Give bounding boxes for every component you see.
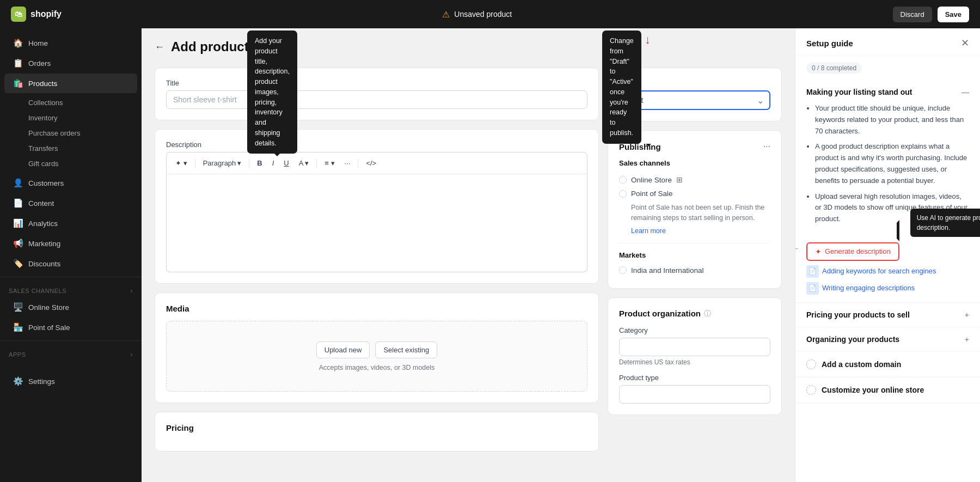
markets-radio[interactable]: [619, 266, 627, 274]
sidebar-divider-2: [0, 340, 142, 341]
customize-header-inner: Customize your online store: [806, 385, 924, 395]
domain-header-inner: Add a custom domain: [806, 359, 901, 369]
category-label: Category: [619, 326, 770, 334]
sidebar-pos-label: Point of Sale: [28, 324, 70, 332]
title-card: Title: [155, 68, 599, 120]
upload-new-button[interactable]: Upload new: [316, 341, 370, 358]
description-editor[interactable]: [166, 174, 587, 272]
domain-section-header[interactable]: Add a custom domain: [806, 359, 969, 369]
channels-label: Sales channels: [619, 159, 770, 167]
rte-bold-btn[interactable]: B: [254, 157, 265, 169]
rte-code-btn[interactable]: </>: [363, 157, 379, 169]
organizing-section-header[interactable]: Organizing your products +: [806, 335, 969, 344]
setup-progress: 0 / 8 completed: [806, 63, 862, 74]
pos-radio[interactable]: [619, 190, 627, 198]
sidebar-item-purchase-orders[interactable]: Purchase orders: [24, 126, 137, 141]
customize-section-title: Customize your online store: [822, 386, 924, 394]
listing-section-content: Your product title should be unique, inc…: [806, 103, 969, 295]
save-button[interactable]: Save: [938, 7, 969, 22]
org-title: Product organization: [619, 309, 701, 318]
rte-ai-btn[interactable]: ✦ ▾: [172, 157, 191, 169]
setup-link-descriptions[interactable]: 📄 Writing engaging descriptions: [806, 282, 969, 295]
sidebar-item-marketing[interactable]: 📢 Marketing: [4, 234, 137, 253]
sidebar-item-pos[interactable]: 🏪 Point of Sale: [4, 318, 137, 337]
status-section: Change from "Draft" to "Active" once you…: [608, 68, 782, 121]
products-icon: 🛍️: [13, 78, 23, 88]
pos-channel: Point of Sale: [619, 187, 770, 200]
title-input[interactable]: [166, 90, 587, 109]
apps-label: Apps: [9, 351, 26, 358]
sidebar-item-transfers[interactable]: Transfers: [24, 141, 137, 156]
sidebar-item-online-store[interactable]: 🖥️ Online Store: [4, 297, 137, 317]
discounts-icon: 🏷️: [13, 259, 23, 269]
sidebar-products-label: Products: [28, 80, 57, 88]
setup-section-pricing: Pricing your products to sell +: [795, 303, 980, 327]
pricing-section-header[interactable]: Pricing your products to sell +: [806, 310, 969, 319]
rte-paragraph-btn[interactable]: Paragraph ▾: [200, 157, 245, 169]
sidebar-content-label: Content: [28, 199, 54, 208]
rte-color-btn[interactable]: A ▾: [296, 157, 313, 169]
setup-close-button[interactable]: ✕: [961, 37, 969, 49]
sidebar-item-products[interactable]: 🛍️ Products: [4, 74, 137, 93]
markets-item: India and International: [619, 264, 770, 277]
sidebar-customers-label: Customers: [28, 179, 64, 187]
product-info-tooltip: Add your product title, description, pro…: [247, 30, 297, 154]
product-type-input[interactable]: [619, 385, 770, 404]
organizing-section-title: Organizing your products: [806, 335, 899, 344]
sidebar-item-content[interactable]: 📄 Content: [4, 193, 137, 213]
status-select[interactable]: Draft Active: [619, 90, 770, 110]
apps-section[interactable]: Apps ›: [0, 344, 142, 361]
unsaved-label: Unsaved product: [454, 10, 512, 19]
rte-underline-btn[interactable]: U: [280, 157, 292, 169]
learn-more-link[interactable]: Learn more: [631, 227, 666, 235]
online-store-channel: Online Store ⊞: [619, 173, 770, 187]
rte-align-btn[interactable]: ≡ ▾: [321, 157, 338, 169]
sidebar-home-label: Home: [28, 39, 48, 47]
select-existing-button[interactable]: Select existing: [375, 341, 437, 358]
sales-channels-section[interactable]: Sales channels ›: [0, 280, 142, 297]
setup-link-keywords[interactable]: 📄 Adding keywords for search engines: [806, 265, 969, 278]
pos-note: Point of Sale has not been set up. Finis…: [631, 203, 770, 223]
description-label: Description: [166, 141, 587, 149]
sidebar-item-home[interactable]: 🏠 Home: [4, 33, 137, 53]
main-layout: 🏠 Home 📋 Orders 🛍️ Products Collections …: [0, 28, 980, 482]
publishing-more-icon[interactable]: ···: [763, 142, 770, 151]
sidebar-item-collections[interactable]: Collections: [24, 95, 137, 110]
status-tooltip: Change from "Draft" to "Active" once you…: [602, 30, 641, 144]
back-button[interactable]: ←: [155, 41, 164, 53]
page-header: ← Add product: [142, 28, 795, 63]
customize-section-header[interactable]: Customize your online store: [806, 385, 969, 395]
sidebar-item-settings[interactable]: ⚙️ Settings: [4, 371, 137, 391]
org-title-row: Product organization ⓘ: [619, 309, 770, 319]
domain-todo-circle: [806, 359, 816, 369]
generate-tooltip: Use AI to generate product description.: [910, 209, 980, 237]
pricing-section-title: Pricing your products to sell: [806, 310, 910, 319]
setup-section-domain: Add a custom domain: [795, 352, 980, 377]
sidebar-item-gift-cards[interactable]: Gift cards: [24, 156, 137, 171]
online-store-name: Online Store: [631, 176, 672, 184]
online-store-channel-icon: ⊞: [676, 175, 683, 184]
rte-more-btn[interactable]: ···: [341, 157, 354, 169]
category-input[interactable]: [619, 338, 770, 356]
sidebar-item-orders[interactable]: 📋 Orders: [4, 53, 137, 73]
sidebar-item-inventory[interactable]: Inventory: [24, 111, 137, 125]
setup-guide-panel: Setup guide ✕ 0 / 8 completed Making you…: [795, 28, 980, 482]
listing-section-header[interactable]: Making your listing stand out —: [806, 88, 969, 96]
title-label: Title: [166, 79, 587, 87]
generate-description-button[interactable]: ✦ Generate description: [806, 242, 899, 261]
sidebar-item-discounts[interactable]: 🏷️ Discounts: [4, 254, 137, 273]
rte-divider-3: [316, 159, 317, 168]
markets-section: Markets India and International: [619, 243, 770, 277]
setup-section-organizing: Organizing your products +: [795, 327, 980, 352]
topnav-left: 🛍 shopify: [11, 7, 62, 22]
org-info-icon: ⓘ: [704, 309, 711, 319]
generate-red-arrow: ←: [795, 241, 800, 255]
markets-value: India and International: [631, 266, 704, 274]
category-note: Determines US tax rates: [619, 358, 770, 366]
status-label: Status: [619, 79, 770, 87]
sidebar-item-customers[interactable]: 👤 Customers: [4, 173, 137, 193]
rte-toolbar: ✦ ▾ Paragraph ▾ B I U A ▾ ≡ ▾ ···: [166, 152, 587, 174]
online-store-radio[interactable]: [619, 176, 627, 184]
sidebar-item-analytics[interactable]: 📊 Analytics: [4, 213, 137, 233]
discard-button[interactable]: Discard: [893, 7, 932, 22]
